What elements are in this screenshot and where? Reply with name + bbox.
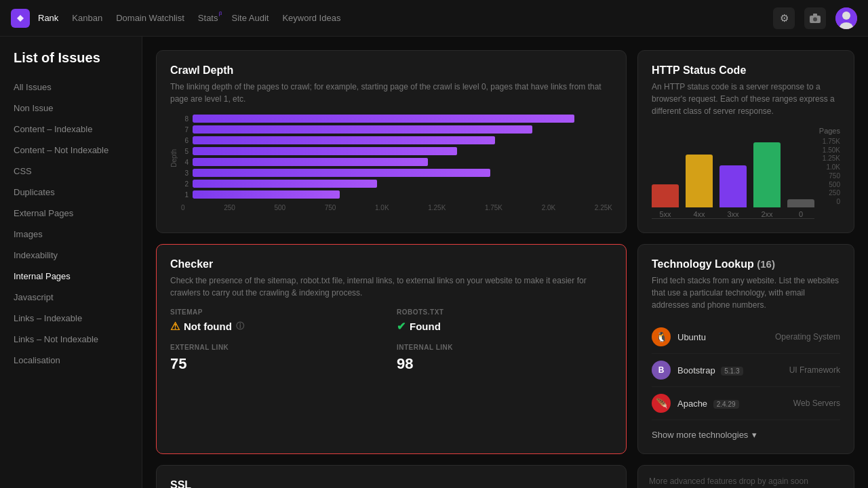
tech-apache-name: Apache 2.4.29	[677, 399, 787, 409]
sidebar-item-images[interactable]: Images	[0, 224, 142, 245]
http-status-subtitle: An HTTP status code is a server response…	[652, 81, 840, 117]
http-bar-0: 0	[787, 199, 814, 218]
sidebar-item-indexability[interactable]: Indexability	[0, 245, 142, 266]
tech-ubuntu: 🐧 Ubuntu Operating System	[652, 321, 840, 354]
bar-row-5: 5	[182, 147, 612, 155]
tech-subtitle: Find tech stacks from any website. List …	[652, 274, 840, 311]
sidebar-item-duplicates[interactable]: Duplicates	[0, 182, 142, 203]
bootstrap-icon: B	[652, 361, 671, 380]
y-axis-label: Depth	[170, 149, 178, 167]
bottom-note: More advanced features drop by again soo…	[637, 465, 854, 488]
ssl-title: SSL	[170, 479, 612, 488]
sidebar-item-all-issues[interactable]: All Issues	[0, 77, 142, 98]
sidebar-item-content-indexable[interactable]: Content – Indexable	[0, 119, 142, 140]
nav-kanban[interactable]: Kanban	[72, 13, 102, 23]
robots-label: ROBOTS.TXT	[397, 308, 612, 316]
bar-row-7: 7	[182, 125, 612, 134]
nav-keyword-ideas[interactable]: Keyword Ideas	[282, 13, 340, 23]
bar-row-8: 8	[182, 115, 612, 123]
x-axis: 0 250 500 750 1.0K 1.25K 1.75K 2.0K 2.25…	[170, 204, 612, 211]
sidebar-title: List of Issues	[0, 50, 142, 77]
nav-site-audit[interactable]: Site Audit	[231, 13, 269, 23]
tech-list: 🐧 Ubuntu Operating System B Bootstrap 5.…	[652, 321, 840, 420]
checker-robots: ROBOTS.TXT ✔ Found	[397, 308, 612, 333]
http-bar-2xx: 2xx	[753, 142, 781, 218]
svg-point-1	[813, 17, 817, 21]
warning-icon: ⚠	[170, 320, 180, 333]
bootstrap-category: UI Framework	[789, 365, 840, 375]
bar-row-4: 4	[182, 158, 612, 166]
y-labels: 1.75K 1.50K 1.25K 1.0K 750 500 250 0	[817, 138, 840, 205]
checker-internal-link: INTERNAL LINK 98	[397, 344, 612, 373]
app-logo[interactable]	[11, 9, 30, 28]
show-more-label: Show more technologies	[652, 430, 748, 440]
robots-status-text: Found	[410, 321, 441, 332]
external-link-label: EXTERNAL LINK	[170, 344, 386, 351]
technology-card: Technology Lookup (16) Find tech stacks …	[637, 244, 854, 454]
ssl-card: SSL	[156, 465, 627, 488]
sidebar-item-localisation[interactable]: Localisation	[0, 350, 142, 371]
camera-icon[interactable]	[804, 7, 826, 29]
http-bar-4xx: 4xx	[686, 155, 713, 218]
svg-rect-2	[813, 14, 817, 16]
http-bars: 5xx 4xx 3xx 2xx	[652, 138, 814, 219]
checker-subtitle: Check the presence of the sitemap, robot…	[170, 274, 612, 299]
chevron-down-icon: ▾	[752, 430, 757, 440]
sidebar-item-content-not-indexable[interactable]: Content – Not Indexable	[0, 140, 142, 161]
sitemap-label: SITEMAP	[170, 308, 386, 316]
http-chart: 5xx 4xx 3xx 2xx	[652, 138, 840, 219]
sidebar-item-css[interactable]: CSS	[0, 161, 142, 182]
sidebar-item-external-pages[interactable]: External Pages	[0, 203, 142, 224]
internal-link-value: 98	[397, 355, 612, 373]
sitemap-status: ⚠ Not found ⓘ	[170, 320, 386, 333]
bars-area: 8 7 6 5	[182, 115, 612, 201]
pages-label: Pages	[652, 127, 840, 135]
apache-icon: 🪶	[652, 394, 671, 413]
settings-icon[interactable]: ⚙	[773, 7, 795, 29]
avatar[interactable]	[835, 7, 857, 29]
tech-apache: 🪶 Apache 2.4.29 Web Servers	[652, 387, 840, 420]
bar-row-3: 3	[182, 169, 612, 177]
sidebar-item-javascript[interactable]: Javascript	[0, 287, 142, 308]
advanced-features-text: More advanced features drop by again soo…	[649, 476, 808, 486]
external-link-value: 75	[170, 355, 386, 373]
svg-point-4	[842, 12, 850, 20]
nav-rank[interactable]: Rank	[38, 13, 58, 23]
show-more-technologies[interactable]: Show more technologies ▾	[652, 430, 840, 440]
topnav: Rank Kanban Domain Watchlist Statsβ Site…	[0, 0, 868, 37]
ubuntu-category: Operating System	[775, 332, 840, 342]
tech-header: Technology Lookup (16)	[652, 258, 840, 270]
crawl-depth-title: Crawl Depth	[170, 64, 612, 77]
sidebar-item-internal-pages[interactable]: Internal Pages	[0, 266, 142, 287]
sidebar-item-links-not-indexable[interactable]: Links – Not Indexable	[0, 329, 142, 350]
layout: List of Issues All Issues Non Issue Cont…	[0, 37, 868, 488]
nav-stats[interactable]: Statsβ	[198, 13, 218, 23]
sidebar: List of Issues All Issues Non Issue Cont…	[0, 37, 142, 488]
info-icon[interactable]: ⓘ	[236, 321, 244, 332]
main-content: Crawl Depth The linking depth of the pag…	[142, 37, 868, 488]
apache-category: Web Servers	[793, 399, 840, 408]
http-bar-3xx: 3xx	[719, 165, 747, 218]
nav-domain-watchlist[interactable]: Domain Watchlist	[116, 13, 184, 23]
bar-row-6: 6	[182, 136, 612, 144]
sidebar-item-links-indexable[interactable]: Links – Indexable	[0, 308, 142, 329]
sidebar-item-non-issue[interactable]: Non Issue	[0, 98, 142, 119]
checker-grid: SITEMAP ⚠ Not found ⓘ ROBOTS.TXT ✔ Found	[170, 308, 612, 373]
robots-status: ✔ Found	[397, 320, 612, 333]
http-bar-5xx: 5xx	[652, 184, 679, 218]
crawl-depth-card: Crawl Depth The linking depth of the pag…	[156, 50, 627, 233]
checker-external-link: EXTERNAL LINK 75	[170, 344, 386, 373]
bar-row-1: 1	[182, 190, 612, 199]
crawl-depth-subtitle: The linking depth of the pages to crawl;…	[170, 81, 612, 105]
crawl-depth-chart: Depth 8 7 6	[170, 115, 612, 211]
nav-links: Rank Kanban Domain Watchlist Statsβ Site…	[38, 13, 773, 23]
bar-row-2: 2	[182, 180, 612, 188]
sitemap-status-text: Not found	[184, 321, 232, 332]
checker-title: Checker	[170, 258, 612, 270]
tech-ubuntu-name: Ubuntu	[677, 332, 768, 342]
ubuntu-icon: 🐧	[652, 327, 671, 346]
checker-sitemap: SITEMAP ⚠ Not found ⓘ	[170, 308, 386, 333]
tech-bootstrap-name: Bootstrap 5.1.3	[677, 365, 783, 375]
checker-card: Checker Check the presence of the sitema…	[156, 244, 627, 454]
http-status-title: HTTP Status Code	[652, 64, 840, 77]
